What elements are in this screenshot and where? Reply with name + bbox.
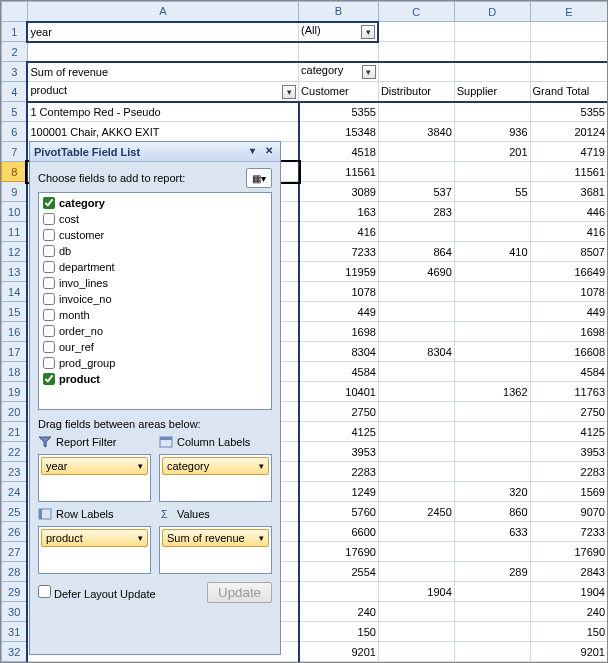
- row-header[interactable]: 29: [2, 582, 28, 602]
- cell[interactable]: [454, 42, 530, 62]
- data-cell[interactable]: 4518: [299, 142, 379, 162]
- filter-value[interactable]: (All): [299, 22, 379, 42]
- area-rows-box[interactable]: product▾: [38, 526, 151, 574]
- data-cell[interactable]: 4584: [299, 362, 379, 382]
- data-cell[interactable]: 2750: [299, 402, 379, 422]
- filter-dropdown-icon[interactable]: [361, 25, 375, 39]
- field-item-prod_group[interactable]: prod_group: [41, 355, 269, 371]
- defer-checkbox[interactable]: Defer Layout Update: [38, 585, 156, 600]
- data-cell[interactable]: 163: [299, 202, 379, 222]
- cell[interactable]: [530, 62, 608, 82]
- data-cell[interactable]: 9201: [299, 642, 379, 662]
- layout-options-button[interactable]: ▦▾: [246, 168, 272, 188]
- data-cell[interactable]: 320: [454, 482, 530, 502]
- data-cell[interactable]: 20124: [530, 122, 608, 142]
- data-cell[interactable]: [378, 442, 454, 462]
- row-header[interactable]: 20: [2, 402, 28, 422]
- col-header-C[interactable]: C: [378, 2, 454, 22]
- rowfield-label[interactable]: product: [27, 82, 298, 102]
- data-cell[interactable]: 449: [530, 302, 608, 322]
- data-cell[interactable]: [454, 422, 530, 442]
- data-cell[interactable]: 2450: [378, 502, 454, 522]
- data-cell[interactable]: 1362: [454, 382, 530, 402]
- field-checkbox[interactable]: [43, 325, 55, 337]
- cell[interactable]: [299, 42, 379, 62]
- row-header[interactable]: 1: [2, 22, 28, 42]
- data-cell[interactable]: 7233: [530, 522, 608, 542]
- colfield-label[interactable]: category: [299, 62, 379, 82]
- row-header[interactable]: 5: [2, 102, 28, 122]
- col-supplier[interactable]: Supplier: [454, 82, 530, 102]
- data-cell[interactable]: [454, 462, 530, 482]
- data-cell[interactable]: [378, 162, 454, 182]
- data-cell[interactable]: 240: [530, 602, 608, 622]
- data-cell[interactable]: 446: [530, 202, 608, 222]
- data-cell[interactable]: 1249: [299, 482, 379, 502]
- field-item-invo_lines[interactable]: invo_lines: [41, 275, 269, 291]
- data-cell[interactable]: 2843: [530, 562, 608, 582]
- row-header[interactable]: 28: [2, 562, 28, 582]
- data-cell[interactable]: [454, 622, 530, 642]
- field-item-category[interactable]: category: [41, 195, 269, 211]
- pane-menu-icon[interactable]: ▾: [245, 145, 259, 159]
- row-header[interactable]: 26: [2, 522, 28, 542]
- data-cell[interactable]: 10401: [299, 382, 379, 402]
- data-cell[interactable]: 633: [454, 522, 530, 542]
- field-checkbox[interactable]: [43, 213, 55, 225]
- col-header-A[interactable]: A: [27, 2, 298, 22]
- data-cell[interactable]: 5355: [530, 102, 608, 122]
- data-cell[interactable]: 4125: [530, 422, 608, 442]
- data-cell[interactable]: 8304: [378, 342, 454, 362]
- area-filter-box[interactable]: year▾: [38, 454, 151, 502]
- data-cell[interactable]: 4584: [530, 362, 608, 382]
- cell[interactable]: [530, 22, 608, 42]
- data-cell[interactable]: [378, 222, 454, 242]
- data-cell[interactable]: [454, 642, 530, 662]
- data-cell[interactable]: 3089: [299, 182, 379, 202]
- data-cell[interactable]: 5760: [299, 502, 379, 522]
- data-cell[interactable]: [378, 422, 454, 442]
- col-header-B[interactable]: B: [299, 2, 379, 22]
- field-item-cost[interactable]: cost: [41, 211, 269, 227]
- data-cell[interactable]: 1078: [530, 282, 608, 302]
- col-header-D[interactable]: D: [454, 2, 530, 22]
- field-item-order_no[interactable]: order_no: [41, 323, 269, 339]
- close-icon[interactable]: ✕: [262, 145, 276, 159]
- cell[interactable]: [378, 22, 454, 42]
- row-header[interactable]: 3: [2, 62, 28, 82]
- field-checkbox[interactable]: [43, 261, 55, 273]
- data-cell[interactable]: 9201: [530, 642, 608, 662]
- data-cell[interactable]: 16608: [530, 342, 608, 362]
- data-cell[interactable]: 1698: [299, 322, 379, 342]
- row-header[interactable]: 6: [2, 122, 28, 142]
- data-cell[interactable]: [454, 402, 530, 422]
- data-cell[interactable]: 416: [299, 222, 379, 242]
- data-cell[interactable]: 55: [454, 182, 530, 202]
- row-header[interactable]: 17: [2, 342, 28, 362]
- data-cell[interactable]: [378, 462, 454, 482]
- data-cell[interactable]: [454, 602, 530, 622]
- row-header[interactable]: 32: [2, 642, 28, 662]
- select-all-corner[interactable]: [2, 2, 28, 22]
- data-cell[interactable]: 2554: [299, 562, 379, 582]
- data-cell[interactable]: 864: [378, 242, 454, 262]
- data-cell[interactable]: [378, 642, 454, 662]
- data-cell[interactable]: 11763: [530, 382, 608, 402]
- filter-label[interactable]: year: [27, 22, 298, 42]
- data-cell[interactable]: 2283: [299, 462, 379, 482]
- data-cell[interactable]: [454, 362, 530, 382]
- data-cell[interactable]: 1569: [530, 482, 608, 502]
- data-cell[interactable]: [378, 482, 454, 502]
- cell[interactable]: [27, 42, 298, 62]
- colfield-dropdown-icon[interactable]: [362, 65, 376, 79]
- row-header[interactable]: 14: [2, 282, 28, 302]
- data-cell[interactable]: [454, 322, 530, 342]
- data-cell[interactable]: [378, 102, 454, 122]
- data-cell[interactable]: [454, 202, 530, 222]
- data-cell[interactable]: [378, 302, 454, 322]
- field-item-db[interactable]: db: [41, 243, 269, 259]
- field-item-invoice_no[interactable]: invoice_no: [41, 291, 269, 307]
- field-item-department[interactable]: department: [41, 259, 269, 275]
- row-header[interactable]: 16: [2, 322, 28, 342]
- field-checkbox[interactable]: [43, 245, 55, 257]
